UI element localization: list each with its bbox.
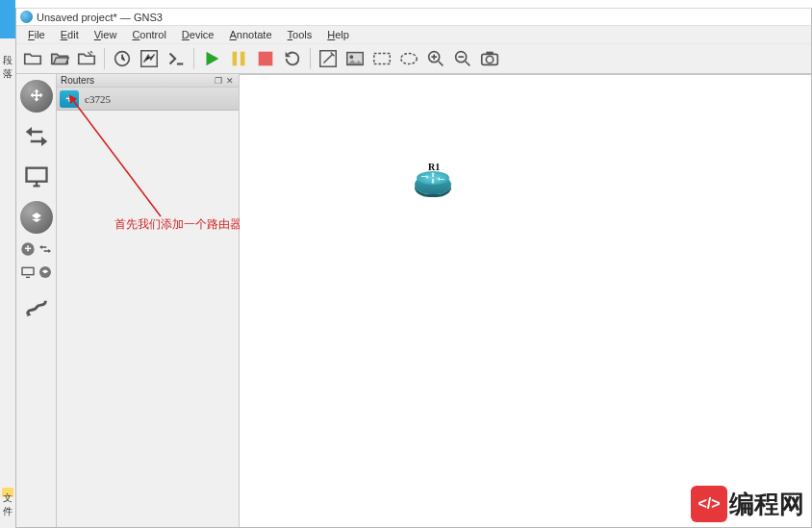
workspace: Routers ❐ ✕ c3725 首先我们添加一个路由器设备 [16, 74, 811, 527]
device-dock [16, 74, 57, 527]
image-icon [344, 48, 366, 69]
snapshot-button[interactable] [110, 46, 135, 71]
ellipse-icon [398, 48, 419, 69]
annotation-arrow [64, 91, 180, 226]
topology-canvas[interactable]: R1 [240, 74, 811, 527]
svg-rect-8 [374, 54, 391, 64]
canvas-router-node[interactable] [415, 175, 451, 198]
console-button[interactable] [164, 46, 189, 71]
toolbar-separator [104, 48, 105, 69]
mini-router-icon [20, 241, 36, 257]
reload-icon [282, 48, 303, 69]
save-project-button[interactable] [74, 46, 99, 71]
open-project-button[interactable] [47, 46, 72, 71]
menu-annotate[interactable]: Annotate [222, 29, 280, 40]
svg-line-19 [72, 99, 161, 216]
zoom-out-button[interactable] [450, 46, 475, 71]
screenshot-button[interactable] [477, 46, 502, 71]
watermark-text: 编程网 [729, 488, 804, 521]
dock-enddevices-button[interactable] [20, 161, 53, 193]
dock-link-button[interactable] [20, 293, 53, 326]
svg-rect-15 [26, 168, 46, 182]
switch-arrows-icon [22, 122, 51, 151]
router-device-icon [60, 90, 79, 108]
console-icon [165, 48, 187, 69]
folder-open-icon [49, 48, 70, 69]
dock-all-routers[interactable] [20, 241, 36, 257]
menu-edit[interactable]: Edit [53, 29, 87, 40]
routers-list: c3725 [57, 88, 239, 111]
ellipse-button[interactable] [396, 46, 421, 71]
panel-close-button[interactable]: ✕ [225, 76, 235, 86]
dock-all-row [20, 241, 53, 257]
dock-all-end[interactable] [20, 264, 36, 280]
svg-rect-1 [141, 51, 158, 67]
dock-all-sec[interactable] [38, 264, 53, 280]
stop-button[interactable] [253, 46, 278, 71]
menu-view[interactable]: View [87, 29, 125, 40]
menu-help[interactable]: Help [319, 29, 357, 40]
cable-icon [23, 296, 50, 323]
main-toolbar [16, 43, 811, 74]
zoom-in-button[interactable] [423, 46, 448, 71]
svg-rect-14 [486, 52, 493, 55]
svg-point-7 [350, 55, 354, 59]
camera-icon [479, 48, 500, 69]
menu-device[interactable]: Device [174, 29, 222, 40]
menu-file[interactable]: File [20, 29, 53, 40]
toolbar-separator [193, 48, 194, 69]
play-button[interactable] [199, 46, 224, 71]
rectangle-icon [371, 48, 393, 69]
rectangle-button[interactable] [369, 46, 394, 71]
watermark: </> 编程网 [691, 486, 804, 522]
menu-tools[interactable]: Tools [280, 29, 320, 40]
svg-rect-17 [22, 267, 34, 274]
svg-point-9 [401, 54, 418, 64]
sliver-bottom-label: 文件 [0, 491, 15, 518]
app-icon [20, 11, 33, 23]
reload-button[interactable] [280, 46, 305, 71]
sliver-top-label: 段落 [0, 54, 15, 81]
security-icon [27, 208, 46, 227]
router-item-label: c3725 [85, 93, 111, 105]
window-title: Unsaved project* — GNS3 [37, 12, 163, 23]
toolbar-separator [310, 48, 311, 69]
titlebar: Unsaved project* — GNS3 [16, 9, 811, 26]
menubar: File Edit View Control Device Annotate T… [16, 26, 811, 43]
folder-new-icon [22, 48, 43, 69]
router-list-item[interactable]: c3725 [57, 88, 239, 111]
menu-control[interactable]: Control [124, 29, 173, 40]
note-button[interactable] [316, 46, 341, 71]
svg-rect-3 [241, 52, 245, 66]
mini-security-icon [38, 264, 53, 280]
show-connections-button[interactable] [137, 46, 162, 71]
pause-icon [228, 48, 249, 69]
zoom-out-icon [452, 48, 473, 69]
svg-rect-2 [233, 52, 238, 66]
router-node-top [417, 171, 449, 185]
image-button[interactable] [343, 46, 368, 71]
watermark-badge: </> [691, 486, 727, 522]
zoom-in-icon [425, 48, 446, 69]
svg-rect-4 [259, 52, 273, 66]
routers-panel: Routers ❐ ✕ c3725 首先我们添加一个路由器设备 [57, 74, 240, 527]
dock-routers-button[interactable] [20, 80, 53, 113]
svg-point-13 [486, 56, 493, 63]
dock-all-row2 [20, 264, 53, 280]
save-icon [76, 48, 97, 69]
dock-switches-button[interactable] [20, 120, 53, 153]
dock-security-button[interactable] [20, 201, 53, 234]
pause-button[interactable] [226, 46, 251, 71]
router-category-icon [26, 86, 47, 107]
new-project-button[interactable] [20, 46, 45, 71]
mini-switch-icon [38, 241, 53, 257]
note-icon [317, 48, 339, 69]
play-icon [201, 48, 222, 69]
monitor-icon [23, 163, 50, 190]
mini-monitor-icon [20, 264, 36, 280]
desktop-background: 段落 文件 [0, 0, 15, 528]
routers-panel-header: Routers ❐ ✕ [57, 74, 239, 88]
dock-all-switches[interactable] [38, 241, 53, 257]
panel-dock-button[interactable]: ❐ [214, 76, 223, 86]
connections-icon [139, 48, 160, 69]
